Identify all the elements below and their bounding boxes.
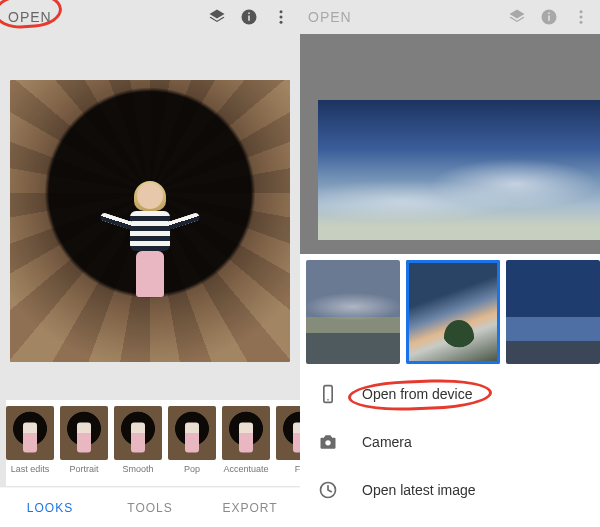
filter-portrait[interactable]: Portrait xyxy=(60,406,108,486)
filter-last-edits[interactable]: Last edits xyxy=(6,406,54,486)
svg-rect-1 xyxy=(248,16,250,21)
screen-open-sheet: OPEN Open from devic xyxy=(300,0,600,527)
filter-label: Accentuate xyxy=(222,464,270,474)
filter-thumb xyxy=(114,406,162,460)
svg-point-14 xyxy=(325,440,330,445)
screen-editor: OPEN xyxy=(0,0,300,527)
phone-icon xyxy=(316,382,340,406)
camera-item[interactable]: Camera xyxy=(300,418,600,466)
recent-thumb-2-selected[interactable] xyxy=(406,260,500,364)
clock-icon xyxy=(316,478,340,502)
filter-label: Last edits xyxy=(6,464,54,474)
tab-export[interactable]: EXPORT xyxy=(200,488,300,527)
layers-icon xyxy=(506,6,528,28)
open-latest-label: Open latest image xyxy=(362,482,476,498)
filter-label: Pop xyxy=(168,464,216,474)
filter-accentuate[interactable]: Accentuate xyxy=(222,406,270,486)
image-canvas[interactable] xyxy=(10,80,290,362)
topbar-right: OPEN xyxy=(300,0,600,34)
filter-thumb xyxy=(60,406,108,460)
filter-smooth[interactable]: Smooth xyxy=(114,406,162,486)
more-vert-icon xyxy=(570,6,592,28)
svg-rect-8 xyxy=(548,13,550,15)
layers-icon[interactable] xyxy=(206,6,228,28)
filter-label: Fa xyxy=(276,464,300,474)
open-latest-item[interactable]: Open latest image xyxy=(300,466,600,514)
svg-point-5 xyxy=(280,21,283,24)
filter-faded-partial[interactable]: Fa xyxy=(276,406,300,486)
svg-point-3 xyxy=(280,10,283,13)
filter-thumb xyxy=(6,406,54,460)
background-image-preview xyxy=(318,100,600,240)
svg-point-4 xyxy=(280,16,283,19)
info-icon xyxy=(538,6,560,28)
open-bottom-sheet: Open from device Camera Open latest imag… xyxy=(300,254,600,527)
topbar-left: OPEN xyxy=(0,0,300,34)
svg-point-13 xyxy=(327,399,329,401)
filter-thumb xyxy=(222,406,270,460)
tab-looks[interactable]: LOOKS xyxy=(0,488,100,527)
recent-thumb-3[interactable] xyxy=(506,260,600,364)
open-button[interactable]: OPEN xyxy=(8,9,52,25)
svg-point-11 xyxy=(580,21,583,24)
svg-point-10 xyxy=(580,16,583,19)
filter-label: Portrait xyxy=(60,464,108,474)
camera-icon xyxy=(316,430,340,454)
svg-rect-2 xyxy=(248,13,250,15)
info-icon[interactable] xyxy=(238,6,260,28)
recent-images-row[interactable] xyxy=(300,254,600,370)
open-from-device-item[interactable]: Open from device xyxy=(300,370,600,418)
svg-point-9 xyxy=(580,10,583,13)
recent-thumb-1[interactable] xyxy=(306,260,400,364)
photo-child-subject xyxy=(120,183,180,303)
filter-label: Smooth xyxy=(114,464,162,474)
camera-label: Camera xyxy=(362,434,412,450)
filter-pop[interactable]: Pop xyxy=(168,406,216,486)
tab-tools[interactable]: TOOLS xyxy=(100,488,200,527)
filter-thumb xyxy=(168,406,216,460)
svg-rect-7 xyxy=(548,16,550,21)
bottom-tabs: LOOKS TOOLS EXPORT xyxy=(0,487,300,527)
more-vert-icon[interactable] xyxy=(270,6,292,28)
open-from-device-label: Open from device xyxy=(362,386,473,402)
looks-filter-strip[interactable]: Last edits Portrait Smooth Pop Accentuat… xyxy=(6,400,300,486)
filter-thumb xyxy=(276,406,300,460)
open-button-dimmed: OPEN xyxy=(308,9,352,25)
